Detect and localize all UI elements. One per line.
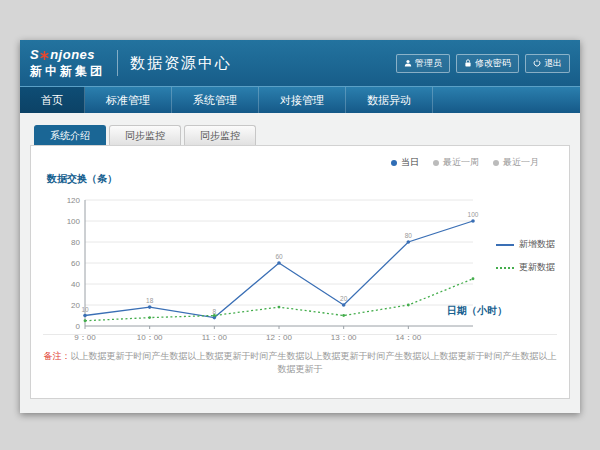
legend-update-data: 更新数据 bbox=[496, 261, 555, 274]
svg-text:60: 60 bbox=[275, 253, 283, 260]
svg-text:18: 18 bbox=[146, 297, 154, 304]
filter-last-month-dot-icon bbox=[493, 160, 499, 166]
logout-label: 退出 bbox=[544, 57, 562, 70]
filter-today-label: 当日 bbox=[401, 156, 419, 169]
legend-update-data-label: 更新数据 bbox=[519, 261, 555, 274]
line-chart: 0204060801001209：0010：0011：0012：0013：001… bbox=[53, 188, 483, 348]
filter-last-month[interactable]: 最近一月 bbox=[493, 156, 539, 169]
admin-user-button[interactable]: 管理员 bbox=[396, 54, 450, 73]
svg-text:80: 80 bbox=[71, 238, 80, 247]
filter-last-week[interactable]: 最近一周 bbox=[433, 156, 479, 169]
logo-star-icon bbox=[40, 51, 49, 60]
change-password-button[interactable]: 修改密码 bbox=[456, 54, 519, 73]
svg-text:0: 0 bbox=[76, 322, 81, 331]
admin-user-label: 管理员 bbox=[415, 57, 442, 70]
filter-last-week-label: 最近一周 bbox=[443, 156, 479, 169]
new-data-line-icon bbox=[496, 244, 514, 246]
content-area: 系统介绍 同步监控 同步监控 当日 最近一周 最近一月 数据交换（条） bbox=[20, 113, 580, 413]
y-axis-title: 数据交换（条） bbox=[47, 172, 117, 186]
svg-text:20: 20 bbox=[340, 295, 348, 302]
nav-item-home[interactable]: 首页 bbox=[20, 87, 85, 113]
lock-icon bbox=[464, 59, 472, 67]
footnote-label: 备注： bbox=[44, 351, 71, 361]
filter-today-dot-icon bbox=[391, 160, 397, 166]
app-title: 数据资源中心 bbox=[130, 54, 232, 73]
svg-text:120: 120 bbox=[67, 196, 81, 205]
svg-text:10: 10 bbox=[81, 306, 89, 313]
series-legend: 新增数据 更新数据 bbox=[496, 238, 555, 274]
tab-bar: 系统介绍 同步监控 同步监控 bbox=[34, 125, 570, 145]
desktop-background: { "header": { "logo_prefix": "S", "logo_… bbox=[0, 0, 600, 450]
logo-text-suffix: njones bbox=[50, 48, 95, 62]
power-icon bbox=[533, 59, 541, 67]
nav-item-standards[interactable]: 标准管理 bbox=[85, 87, 172, 113]
svg-text:60: 60 bbox=[71, 259, 80, 268]
svg-text:100: 100 bbox=[67, 217, 81, 226]
logo: S njones 新中新集团 bbox=[30, 48, 105, 77]
nav-item-system[interactable]: 系统管理 bbox=[172, 87, 259, 113]
logo-company-name: 新中新集团 bbox=[30, 65, 105, 78]
footnote-text: 以上数据更新于时间产生数据以上数据更新于时间产生数据以上数据更新于时间产生数据以… bbox=[71, 351, 557, 374]
svg-text:20: 20 bbox=[71, 301, 80, 310]
filter-last-week-dot-icon bbox=[433, 160, 439, 166]
tab-sync-monitor-1[interactable]: 同步监控 bbox=[109, 125, 181, 145]
filter-last-month-label: 最近一月 bbox=[503, 156, 539, 169]
header-divider bbox=[117, 50, 118, 76]
nav-item-data-change[interactable]: 数据异动 bbox=[346, 87, 433, 113]
tab-sync-monitor-2[interactable]: 同步监控 bbox=[184, 125, 256, 145]
logo-wordmark: S njones bbox=[30, 48, 105, 62]
filter-today[interactable]: 当日 bbox=[391, 156, 419, 169]
footnote: 备注：以上数据更新于时间产生数据以上数据更新于时间产生数据以上数据更新于时间产生… bbox=[43, 334, 557, 376]
svg-text:8: 8 bbox=[213, 308, 217, 315]
header-buttons: 管理员 修改密码 退出 bbox=[396, 54, 570, 73]
user-icon bbox=[404, 59, 412, 67]
main-navigation: 首页 标准管理 系统管理 对接管理 数据异动 bbox=[20, 86, 580, 113]
legend-new-data: 新增数据 bbox=[496, 238, 555, 251]
top-header: S njones 新中新集团 数据资源中心 bbox=[20, 40, 580, 86]
svg-text:80: 80 bbox=[405, 232, 413, 239]
change-password-label: 修改密码 bbox=[475, 57, 511, 70]
svg-text:100: 100 bbox=[468, 211, 479, 218]
logo-text-prefix: S bbox=[30, 48, 39, 62]
update-data-line-icon bbox=[496, 267, 514, 269]
svg-text:40: 40 bbox=[71, 280, 80, 289]
logout-button[interactable]: 退出 bbox=[525, 54, 570, 73]
legend-new-data-label: 新增数据 bbox=[519, 238, 555, 251]
period-filter-legend: 当日 最近一周 最近一月 bbox=[391, 156, 539, 169]
chart-panel: 当日 最近一周 最近一月 数据交换（条） 0204060801001209：00… bbox=[30, 145, 570, 399]
app-window: S njones 新中新集团 数据资源中心 bbox=[20, 40, 580, 413]
nav-item-interface[interactable]: 对接管理 bbox=[259, 87, 346, 113]
tab-system-intro[interactable]: 系统介绍 bbox=[34, 125, 106, 145]
x-axis-title: 日期（小时） bbox=[447, 304, 507, 318]
